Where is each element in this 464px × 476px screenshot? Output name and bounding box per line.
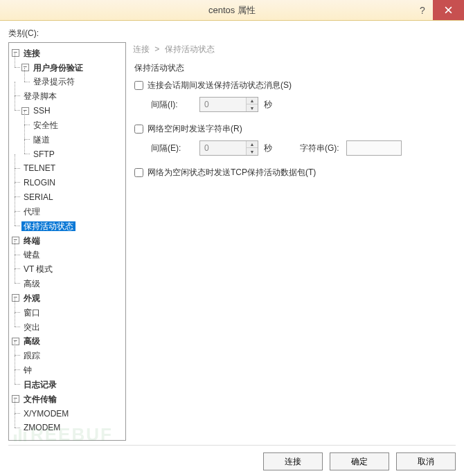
spin-down-icon[interactable]: ▼ <box>247 104 258 111</box>
tree-ssh[interactable]: SSH <box>31 106 53 116</box>
tree-keepalive[interactable]: 保持活动状态 <box>21 221 75 231</box>
tree-vtmode[interactable]: VT 模式 <box>21 264 55 274</box>
category-tree[interactable]: −连接 −用户身份验证 登录提示符 登录脚本 −SSH 安全性 隧道 SFTP <box>8 42 126 441</box>
connect-button[interactable]: 连接 <box>263 452 323 470</box>
window-title: centos 属性 <box>208 4 256 17</box>
charstr-input[interactable] <box>346 140 402 156</box>
tree-zmodem[interactable]: ZMODEM <box>21 423 62 432</box>
interval-i-input[interactable] <box>200 98 246 111</box>
tree-tunnel[interactable]: 隧道 <box>31 135 52 145</box>
label-tcp-keepalive: 网络为空闲状态时发送TCP保持活动数据包(T) <box>148 167 316 178</box>
interval-e-input[interactable] <box>200 141 246 155</box>
breadcrumb-sep: > <box>154 44 159 54</box>
content-panel: 连接 > 保持活动状态 保持活动状态 连接会话期间发送保持活动状态消息(S) 间… <box>133 42 456 441</box>
label-charstr: 字符串(G): <box>300 143 339 154</box>
toggle-icon[interactable]: − <box>12 237 19 244</box>
tree-logging[interactable]: 日志记录 <box>21 380 59 390</box>
cancel-button[interactable]: 取消 <box>396 452 456 470</box>
tree-connection[interactable]: 连接 <box>21 48 42 58</box>
toggle-icon[interactable]: − <box>12 395 19 403</box>
tree-highlight[interactable]: 突出 <box>21 322 42 332</box>
breadcrumb-item: 保持活动状态 <box>165 44 215 54</box>
tree-trace[interactable]: 跟踪 <box>21 351 42 360</box>
tree-advanced2[interactable]: 高级 <box>21 336 42 346</box>
tree-filetransfer[interactable]: 文件传输 <box>21 394 59 404</box>
tree-security[interactable]: 安全性 <box>31 120 60 130</box>
titlebar-buttons: ? <box>412 0 464 20</box>
interval-i-spinner[interactable]: ▲ ▼ <box>199 97 258 112</box>
tree-login-script[interactable]: 登录脚本 <box>21 91 59 101</box>
unit-sec: 秒 <box>264 99 272 111</box>
label-interval-e: 间隔(E): <box>151 143 199 154</box>
tree-appearance[interactable]: 外观 <box>21 293 42 303</box>
checkbox-tcp-keepalive[interactable] <box>134 168 143 177</box>
tree-advanced[interactable]: 高级 <box>21 279 42 289</box>
label-session-keepalive: 连接会话期间发送保持活动状态消息(S) <box>148 80 292 91</box>
tree-login-prompt[interactable]: 登录提示符 <box>31 77 77 86</box>
group-title: 保持活动状态 <box>134 62 456 74</box>
breadcrumb-item: 连接 <box>133 44 150 54</box>
tree-proxy[interactable]: 代理 <box>21 207 42 217</box>
toggle-icon[interactable]: − <box>12 294 19 302</box>
spin-up-icon[interactable]: ▲ <box>247 141 258 148</box>
breadcrumb: 连接 > 保持活动状态 <box>133 42 456 62</box>
tree-sftp[interactable]: SFTP <box>31 149 57 159</box>
tree-telnet[interactable]: TELNET <box>21 163 57 173</box>
tree-rlogin[interactable]: RLOGIN <box>21 178 57 187</box>
tree-keyboard[interactable]: 键盘 <box>21 250 42 259</box>
tree-user-auth[interactable]: 用户身份验证 <box>31 63 85 73</box>
toggle-icon[interactable]: − <box>12 49 19 57</box>
tree-bell[interactable]: 钟 <box>21 365 34 375</box>
spin-up-icon[interactable]: ▲ <box>247 98 258 104</box>
help-button[interactable]: ? <box>412 0 433 20</box>
tree-serial[interactable]: SERIAL <box>21 192 55 202</box>
tree-terminal[interactable]: 终端 <box>21 236 42 246</box>
toggle-icon[interactable]: − <box>21 107 29 115</box>
unit-sec: 秒 <box>264 143 272 154</box>
spin-down-icon[interactable]: ▼ <box>247 148 258 155</box>
interval-e-spinner[interactable]: ▲ ▼ <box>199 140 258 156</box>
titlebar: centos 属性 ? <box>0 0 464 21</box>
tree-window[interactable]: 窗口 <box>21 308 42 318</box>
close-button[interactable] <box>433 0 464 20</box>
checkbox-idle-string[interactable] <box>134 125 143 134</box>
button-bar: 连接 确定 取消 <box>8 445 456 470</box>
toggle-icon[interactable]: − <box>21 64 29 71</box>
toggle-icon[interactable]: − <box>12 338 19 345</box>
close-icon <box>445 6 452 14</box>
tree-xymodem[interactable]: X/YMODEM <box>21 409 71 419</box>
checkbox-session-keepalive[interactable] <box>134 81 143 90</box>
label-idle-string: 网络空闲时发送字符串(R) <box>148 123 242 135</box>
category-label: 类别(C): <box>8 28 456 39</box>
ok-button[interactable]: 确定 <box>330 452 389 470</box>
label-interval-i: 间隔(I): <box>151 99 199 111</box>
